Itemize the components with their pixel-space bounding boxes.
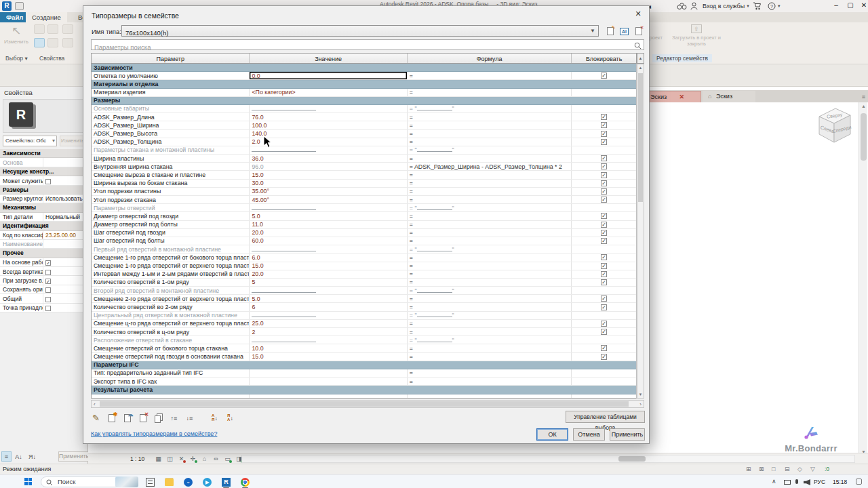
param-formula-cell[interactable]: = "" xyxy=(408,245,572,253)
notification-center-icon[interactable] xyxy=(856,479,862,485)
table-row[interactable]: Отметка по умолчанию0.0=✓ xyxy=(92,72,636,80)
select-links-icon[interactable]: ⊞ xyxy=(746,466,751,472)
ribbon-tool-icon[interactable] xyxy=(34,24,45,34)
rename-type-button[interactable]: АI xyxy=(618,25,630,37)
param-formula-cell[interactable]: = xyxy=(408,320,572,327)
param-value-cell[interactable]: 15.0 xyxy=(250,353,407,361)
sun-path-on-icon[interactable]: ✛ xyxy=(188,454,198,464)
speaker-tray-icon[interactable] xyxy=(804,479,810,485)
palette-value[interactable] xyxy=(43,240,87,248)
clock[interactable]: 15:18 xyxy=(833,479,847,485)
lock-checkbox[interactable]: ✓ xyxy=(601,271,607,277)
select-by-face-icon[interactable]: ⊟ xyxy=(785,466,790,472)
lock-checkbox[interactable]: ✓ xyxy=(601,114,607,120)
store-cart-icon[interactable] xyxy=(753,1,762,11)
tab-create[interactable]: Создание xyxy=(26,12,67,22)
language-indicator[interactable]: РУС xyxy=(814,479,825,485)
param-value-cell[interactable] xyxy=(250,312,407,319)
scroll-up-icon[interactable]: ▲ xyxy=(637,66,644,70)
type-name-combobox[interactable]: ▼ xyxy=(121,25,599,37)
param-value-cell[interactable]: 25.0 xyxy=(250,320,407,327)
ribbon-tool-icon[interactable] xyxy=(62,38,73,47)
table-row[interactable]: Центральный ряд отверстий в монтажной пл… xyxy=(92,312,636,320)
lock-checkbox[interactable]: ✓ xyxy=(601,73,607,79)
table-row[interactable]: Количество отверстий во 2-ом ряду6=✓ xyxy=(92,303,636,311)
shadows-icon[interactable]: ⌂ xyxy=(199,454,210,464)
close-button[interactable]: ✕ xyxy=(858,0,868,11)
palette-value[interactable] xyxy=(43,176,87,184)
lock-checkbox[interactable]: ✓ xyxy=(601,321,607,327)
param-formula-cell[interactable]: = xyxy=(408,270,572,278)
table-row[interactable]: Угол подрезки стакана45.00°=✓ xyxy=(92,196,636,204)
table-row[interactable]: Параметры отверстий= "" xyxy=(92,204,636,212)
table-row[interactable]: ADSK_Размер_Ширина100.0=✓ xyxy=(92,121,636,129)
revit-taskbar-icon[interactable]: R xyxy=(222,478,231,487)
table-row[interactable]: Смещение 2-го ряда отверстий от верхнего… xyxy=(92,295,636,303)
param-formula-cell[interactable]: = "" xyxy=(408,287,572,294)
table-row[interactable]: Диаметр отверстий под болты11.0=✓ xyxy=(92,221,636,229)
properties-panel-label[interactable]: Свойства xyxy=(39,55,64,62)
tab-file[interactable]: Файл xyxy=(0,12,29,22)
param-value-cell[interactable] xyxy=(250,105,407,113)
lock-checkbox[interactable]: ✓ xyxy=(601,122,607,128)
param-value-cell[interactable]: 5.0 xyxy=(250,295,407,302)
table-row[interactable]: Смещение 1-го ряда отверстий от верхнего… xyxy=(92,262,636,270)
param-formula-cell[interactable]: = xyxy=(408,130,572,138)
scroll-down-icon[interactable]: ▼ xyxy=(637,392,644,396)
lock-checkbox[interactable]: ✓ xyxy=(601,172,607,178)
lock-checkbox[interactable]: ✓ xyxy=(601,354,607,360)
drag-on-selection-icon[interactable]: ◇ xyxy=(797,466,802,472)
param-formula-cell[interactable]: = xyxy=(408,328,572,336)
move-down-icon[interactable]: ↓≡ xyxy=(183,411,196,424)
param-formula-cell[interactable]: = xyxy=(408,237,572,245)
param-formula-cell[interactable]: = xyxy=(408,212,572,220)
cancel-button[interactable]: Отмена xyxy=(573,428,605,441)
lock-checkbox[interactable]: ✓ xyxy=(601,263,607,269)
param-formula-cell[interactable]: = xyxy=(408,253,572,261)
shared-parameter-icon[interactable]: ☁ xyxy=(121,411,134,424)
param-value-cell[interactable]: 2.0 xyxy=(250,138,407,146)
table-row[interactable]: Ширина пластины36.0=✓ xyxy=(92,155,636,163)
table-row[interactable]: Шаг отверстий под болты60.0=✓ xyxy=(92,237,636,245)
quick-access-toolbar-icon[interactable] xyxy=(15,2,24,10)
palette-row[interactable]: Точка принадле... xyxy=(0,304,87,312)
sign-in-services-button[interactable]: Вход в службы▾ xyxy=(703,1,749,11)
scroll-right-icon[interactable]: › xyxy=(639,401,642,407)
table-row[interactable]: Второй ряд отверстий в монтажной пластин… xyxy=(92,287,636,295)
palette-value[interactable] xyxy=(43,267,87,275)
param-value-cell[interactable]: <По категории> xyxy=(250,89,407,96)
select-underlay-icon[interactable]: ⊠ xyxy=(759,466,764,472)
minimize-button[interactable]: – xyxy=(830,0,842,11)
ok-button[interactable]: ОК xyxy=(536,428,568,441)
param-value-cell[interactable] xyxy=(250,245,407,253)
param-value-cell[interactable]: 20.0 xyxy=(250,229,407,237)
scroll-left-icon[interactable]: ‹ xyxy=(94,401,96,407)
palette-value[interactable]: ✓ xyxy=(43,258,87,266)
taskbar-search-input[interactable]: Поиск xyxy=(41,476,123,487)
table-row[interactable]: Экспорт типа в IFC как= xyxy=(92,378,636,386)
sort-descending-icon[interactable]: Я↓ xyxy=(27,451,37,462)
param-value-cell[interactable] xyxy=(250,287,407,294)
edit-parameter-icon[interactable]: ✎ xyxy=(90,411,102,424)
table-vertical-scrollbar[interactable]: ▲ ▼ xyxy=(637,64,644,399)
param-value-cell[interactable]: 10.0 xyxy=(250,344,407,352)
sun-path-off-icon[interactable]: ✕ xyxy=(176,454,186,464)
table-row[interactable]: Основные габариты= "" xyxy=(92,105,636,113)
param-formula-cell[interactable]: = xyxy=(408,72,572,79)
scrollbar-thumb[interactable] xyxy=(100,401,629,407)
palette-checkbox[interactable]: ✓ xyxy=(45,279,51,284)
param-formula-cell[interactable]: = xyxy=(408,138,572,146)
parameter-search-box[interactable] xyxy=(91,39,644,50)
param-value-cell[interactable]: 45.00° xyxy=(250,196,407,203)
visual-style-icon[interactable]: ◫ xyxy=(165,454,175,464)
edit-type-button[interactable]: Изменить xyxy=(60,136,85,146)
table-row[interactable]: Параметры стакана и монтажной пластины= … xyxy=(92,146,636,155)
param-formula-cell[interactable]: = xyxy=(408,121,572,129)
param-formula-cell[interactable]: = xyxy=(408,353,572,361)
ribbon-tool-icon[interactable] xyxy=(47,24,58,34)
palette-value[interactable] xyxy=(43,304,87,312)
table-row[interactable]: Количество отверстий в ц-ом ряду2=✓ xyxy=(92,328,636,336)
param-value-cell[interactable]: 6 xyxy=(250,303,407,310)
view-tab-active[interactable]: Эскиз ✕ xyxy=(644,91,701,102)
param-value-cell[interactable]: 30.0 xyxy=(250,180,407,187)
